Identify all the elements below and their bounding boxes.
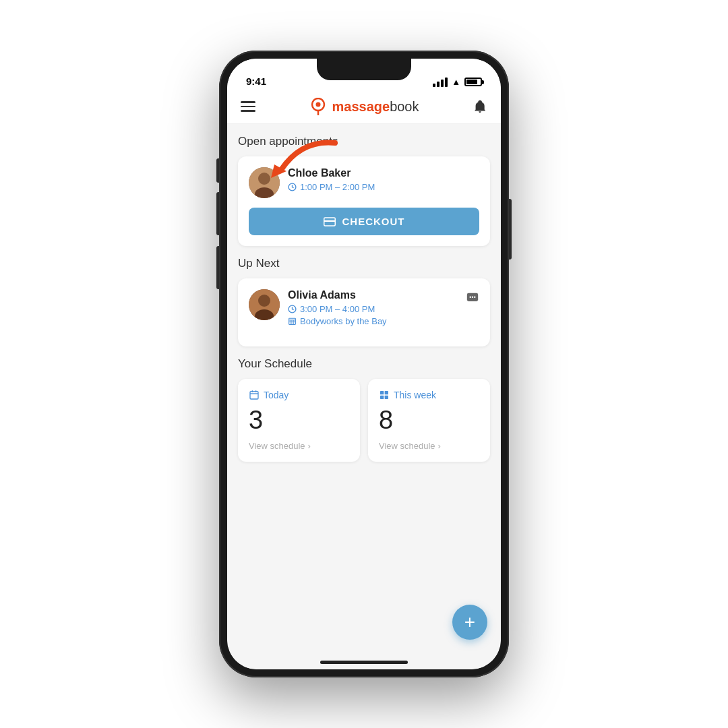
open-appointment-card: Chloe Baker 1:00 PM – 2:00 PM <box>238 156 490 246</box>
signal-bar-4 <box>445 78 448 87</box>
open-appointment-name: Chloe Baker <box>288 167 479 179</box>
clock-icon <box>288 183 297 191</box>
chevron-right-icon: › <box>308 441 311 451</box>
svg-rect-27 <box>385 391 388 394</box>
up-next-time-text: 3:00 PM – 4:00 PM <box>300 304 375 314</box>
this-week-view-schedule-text: View schedule <box>379 441 435 451</box>
building-icon <box>288 317 297 326</box>
this-week-label: This week <box>379 390 479 400</box>
volume-down-button <box>216 246 219 289</box>
up-next-title: Up Next <box>238 257 490 270</box>
open-appointment-time-text: 1:00 PM – 2:00 PM <box>300 182 375 192</box>
svg-rect-26 <box>380 391 384 394</box>
today-view-schedule[interactable]: View schedule › <box>249 441 349 451</box>
up-next-clock-icon <box>288 305 297 313</box>
svg-point-21 <box>474 297 475 298</box>
hamburger-menu-button[interactable] <box>241 101 255 112</box>
open-appointment-time: 1:00 PM – 2:00 PM <box>288 182 479 192</box>
today-count: 3 <box>249 407 349 433</box>
hamburger-line-3 <box>241 110 255 112</box>
up-next-location: Bodyworks by the Bay <box>288 316 458 326</box>
scroll-area[interactable]: Open appointments Chloe Baker <box>227 124 501 669</box>
screen-content: 9:41 ▲ <box>227 59 501 669</box>
home-indicator <box>320 661 408 664</box>
svg-rect-22 <box>250 392 258 399</box>
this-week-view-schedule[interactable]: View schedule › <box>379 441 479 451</box>
battery-icon <box>464 78 482 86</box>
grid-icon <box>379 390 390 400</box>
svg-rect-28 <box>380 396 384 399</box>
svg-point-1 <box>315 102 320 107</box>
chat-bubble-icon <box>466 292 479 304</box>
schedule-title: Your Schedule <box>238 357 490 371</box>
signal-bars-icon <box>433 78 448 87</box>
volume-up-button <box>216 192 219 235</box>
hamburger-line-2 <box>241 106 255 108</box>
schedule-grid: Today 3 View schedule › <box>238 379 490 462</box>
today-label: Today <box>249 390 349 400</box>
svg-rect-8 <box>324 220 335 221</box>
svg-rect-13 <box>289 318 296 324</box>
this-week-count: 8 <box>379 407 479 433</box>
logo-text-massage: massage <box>332 99 390 114</box>
olivia-avatar <box>249 289 280 320</box>
up-next-info: Olivia Adams 3:00 PM – 4:00 PM <box>288 289 458 326</box>
notification-bell-icon[interactable] <box>473 99 487 114</box>
message-icon[interactable] <box>466 292 479 307</box>
logo-area: massagebook <box>309 98 419 115</box>
this-week-schedule-card[interactable]: This week 8 View schedule › <box>368 379 490 462</box>
power-button <box>509 199 512 260</box>
up-next-name: Olivia Adams <box>288 289 458 301</box>
chevron-right-icon-2: › <box>438 441 441 451</box>
logo-text-book: book <box>390 99 419 114</box>
calendar-icon <box>249 390 260 400</box>
open-appointment-row: Chloe Baker 1:00 PM – 2:00 PM <box>249 167 479 198</box>
signal-bar-3 <box>441 80 444 87</box>
svg-point-20 <box>472 297 473 298</box>
svg-rect-29 <box>385 396 388 399</box>
open-appointment-info: Chloe Baker 1:00 PM – 2:00 PM <box>288 167 479 192</box>
add-fab-button[interactable]: + <box>452 605 487 640</box>
today-schedule-card[interactable]: Today 3 View schedule › <box>238 379 360 462</box>
hamburger-line-1 <box>241 101 255 103</box>
up-next-card: Olivia Adams 3:00 PM – 4:00 PM <box>238 278 490 346</box>
olivia-avatar-image <box>249 289 280 320</box>
up-next-time: 3:00 PM – 4:00 PM <box>288 304 458 314</box>
checkout-button[interactable]: CHECKOUT <box>249 208 479 235</box>
top-nav: massagebook <box>227 91 501 124</box>
volume-mute-button <box>216 158 219 183</box>
svg-point-10 <box>258 295 270 307</box>
up-next-location-text: Bodyworks by the Bay <box>300 316 387 326</box>
credit-card-icon <box>324 217 336 226</box>
chloe-avatar <box>249 167 280 198</box>
open-appointments-title: Open appointments <box>238 135 490 148</box>
up-next-row: Olivia Adams 3:00 PM – 4:00 PM <box>249 289 479 326</box>
signal-bar-2 <box>437 82 439 87</box>
signal-bar-1 <box>433 84 435 87</box>
phone-device: 9:41 ▲ <box>219 51 509 677</box>
checkout-label: CHECKOUT <box>342 216 405 227</box>
chloe-avatar-image <box>249 167 280 198</box>
today-label-text: Today <box>264 390 289 400</box>
notch <box>317 59 411 80</box>
today-view-schedule-text: View schedule <box>249 441 305 451</box>
this-week-label-text: This week <box>394 390 436 400</box>
logo-icon <box>309 98 327 115</box>
battery-fill <box>466 80 477 84</box>
svg-point-4 <box>258 173 270 185</box>
logo-text: massagebook <box>332 99 419 115</box>
phone-screen: 9:41 ▲ <box>227 59 501 669</box>
status-time: 9:41 <box>246 75 266 87</box>
add-icon: + <box>464 611 475 633</box>
status-icons: ▲ <box>433 77 482 87</box>
wifi-icon: ▲ <box>452 77 460 87</box>
svg-point-19 <box>470 297 471 298</box>
